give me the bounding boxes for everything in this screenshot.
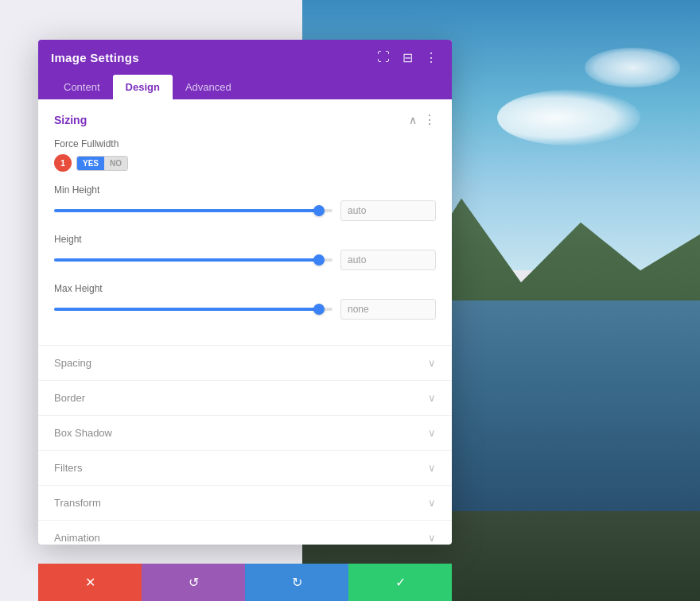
bottom-bar: ✕ ↺ ↻ ✓ xyxy=(38,564,452,601)
box-shadow-title: Box Shadow xyxy=(54,427,112,439)
transform-chevron-icon: ∨ xyxy=(428,497,436,509)
height-fill xyxy=(54,258,319,262)
animation-section[interactable]: Animation ∨ xyxy=(38,521,452,545)
min-height-row xyxy=(54,200,436,221)
transform-title: Transform xyxy=(54,497,101,509)
step-badge: 1 xyxy=(54,154,72,172)
force-fullwidth-label: Force Fullwidth xyxy=(54,138,436,149)
more-icon[interactable]: ⋮ xyxy=(423,49,439,65)
filters-title: Filters xyxy=(54,462,82,474)
height-slider[interactable] xyxy=(54,258,332,262)
max-height-input[interactable] xyxy=(340,299,436,320)
sizing-controls: ∧ ⋮ xyxy=(409,112,436,127)
height-field: Height xyxy=(54,234,436,270)
force-fullwidth-field: Force Fullwidth 1 YES NO xyxy=(54,138,436,172)
check-button[interactable]: ✓ xyxy=(348,564,452,601)
sizing-dots-icon[interactable]: ⋮ xyxy=(423,112,436,127)
spacing-title: Spacing xyxy=(54,357,91,369)
min-height-input[interactable] xyxy=(340,200,436,221)
image-settings-panel: Image Settings ⛶ ⊟ ⋮ Content Design Adva… xyxy=(38,40,452,545)
min-height-fill xyxy=(54,209,319,212)
min-height-thumb[interactable] xyxy=(313,205,325,216)
height-row xyxy=(54,250,436,270)
height-input[interactable] xyxy=(340,250,436,270)
split-icon[interactable]: ⊟ xyxy=(399,49,415,65)
height-label: Height xyxy=(54,234,436,245)
border-chevron-icon: ∨ xyxy=(428,392,436,404)
filters-section[interactable]: Filters ∨ xyxy=(38,451,452,486)
panel-title: Image Settings xyxy=(51,51,139,64)
max-height-label: Max Height xyxy=(54,283,436,294)
filters-chevron-icon: ∨ xyxy=(428,462,436,474)
box-shadow-chevron-icon: ∨ xyxy=(428,427,436,439)
tab-content[interactable]: Content xyxy=(51,75,113,99)
panel-header-icons: ⛶ ⊟ ⋮ xyxy=(375,49,439,65)
spacing-section[interactable]: Spacing ∨ xyxy=(38,346,452,381)
transform-section[interactable]: Transform ∨ xyxy=(38,486,452,521)
min-height-field: Min Height xyxy=(54,184,436,221)
max-height-field: Max Height xyxy=(54,283,436,320)
max-height-fill xyxy=(54,308,319,311)
toggle-switch[interactable]: YES NO xyxy=(76,156,128,171)
fullscreen-icon[interactable]: ⛶ xyxy=(375,49,391,65)
redo-button[interactable]: ↻ xyxy=(245,564,348,601)
height-thumb[interactable] xyxy=(313,254,325,266)
min-height-label: Min Height xyxy=(54,184,436,196)
toggle-yes[interactable]: YES xyxy=(77,157,104,170)
animation-chevron-icon: ∨ xyxy=(428,532,436,544)
max-height-row xyxy=(54,299,436,320)
panel-header: Image Settings ⛶ ⊟ ⋮ xyxy=(38,40,452,75)
spacing-chevron-icon: ∨ xyxy=(428,357,436,369)
close-button[interactable]: ✕ xyxy=(38,564,142,601)
cloud-1 xyxy=(497,90,640,145)
max-height-slider[interactable] xyxy=(54,308,332,311)
box-shadow-section[interactable]: Box Shadow ∨ xyxy=(38,416,452,451)
sizing-title: Sizing xyxy=(54,114,87,126)
max-height-thumb[interactable] xyxy=(313,304,325,315)
border-section[interactable]: Border ∨ xyxy=(38,381,452,416)
animation-title: Animation xyxy=(54,532,100,544)
sizing-section-header: Sizing ∧ ⋮ xyxy=(54,112,436,127)
panel-body: Sizing ∧ ⋮ Force Fullwidth 1 YES NO xyxy=(38,99,452,545)
border-title: Border xyxy=(54,392,85,404)
tab-design[interactable]: Design xyxy=(113,75,173,99)
toggle-container: 1 YES NO xyxy=(54,154,436,172)
sizing-chevron-icon[interactable]: ∧ xyxy=(409,114,417,126)
panel-tabs: Content Design Advanced xyxy=(38,75,452,99)
undo-button[interactable]: ↺ xyxy=(142,564,245,601)
min-height-slider[interactable] xyxy=(54,209,332,212)
tab-advanced[interactable]: Advanced xyxy=(173,75,244,99)
toggle-no[interactable]: NO xyxy=(104,157,127,170)
sizing-section: Sizing ∧ ⋮ Force Fullwidth 1 YES NO xyxy=(38,99,452,346)
